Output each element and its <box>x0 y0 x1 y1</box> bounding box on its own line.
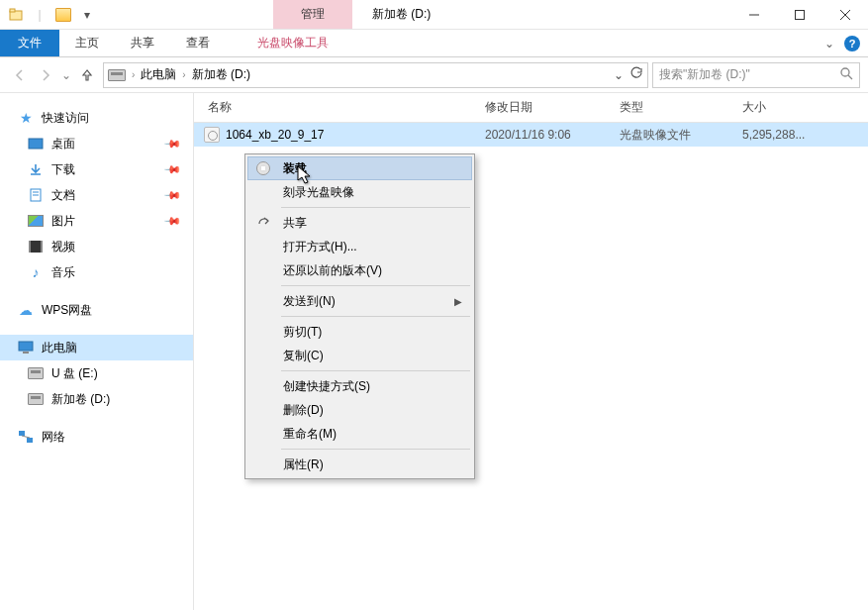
svg-line-7 <box>848 75 852 79</box>
up-button[interactable] <box>75 63 99 87</box>
sidebar-item-pictures[interactable]: 图片 📌 <box>0 208 193 234</box>
close-button[interactable] <box>822 0 868 30</box>
pin-icon: 📌 <box>162 211 181 230</box>
search-input[interactable]: 搜索"新加卷 (D:)" <box>652 62 860 88</box>
menu-label: 删除(D) <box>283 402 324 419</box>
pin-icon: 📌 <box>162 134 181 152</box>
tab-disc-image-tools[interactable]: 光盘映像工具 <box>241 30 344 56</box>
file-row[interactable]: 1064_xb_20_9_17 2020/11/16 9:06 光盘映像文件 5… <box>194 123 868 147</box>
sidebar-item-videos[interactable]: 视频 <box>0 234 193 259</box>
chevron-right-icon[interactable]: › <box>182 69 185 80</box>
breadcrumb-drive[interactable]: 新加卷 (D:) <box>192 66 250 83</box>
menu-restore[interactable]: 还原以前的版本(V) <box>247 258 472 282</box>
menu-separator <box>281 207 470 208</box>
address-dropdown-icon[interactable]: ⌄ <box>614 68 624 82</box>
chevron-right-icon[interactable]: › <box>132 69 135 80</box>
ribbon-collapse-icon[interactable]: ⌄ <box>824 37 834 51</box>
menu-properties[interactable]: 属性(R) <box>247 453 472 476</box>
sidebar-item-music[interactable]: ♪ 音乐 <box>0 259 193 285</box>
window-title: 新加卷 (D:) <box>352 0 450 29</box>
menu-separator <box>281 370 470 371</box>
minimize-button[interactable] <box>731 0 777 30</box>
column-date[interactable]: 修改日期 <box>485 99 620 116</box>
navigation-bar: ⌄ › 此电脑 › 新加卷 (D:) ⌄ 搜索"新加卷 (D:)" <box>0 57 868 93</box>
address-bar[interactable]: › 此电脑 › 新加卷 (D:) ⌄ <box>103 62 648 88</box>
sidebar-item-documents[interactable]: 文档 📌 <box>0 182 193 208</box>
column-size[interactable]: 大小 <box>742 99 868 116</box>
menu-burn[interactable]: 刻录光盘映像 <box>247 180 472 204</box>
divider: | <box>32 7 48 23</box>
file-date: 2020/11/16 9:06 <box>485 128 620 142</box>
menu-label: 剪切(T) <box>283 324 322 341</box>
tab-file[interactable]: 文件 <box>0 30 59 56</box>
menu-label: 属性(R) <box>283 457 324 473</box>
drive-icon <box>28 365 44 381</box>
breadcrumb-this-pc[interactable]: 此电脑 <box>141 66 176 83</box>
menu-separator <box>281 316 470 317</box>
tab-home[interactable]: 主页 <box>59 30 115 56</box>
sidebar-wps-cloud[interactable]: ☁ WPS网盘 <box>0 297 193 323</box>
refresh-icon[interactable] <box>629 66 643 83</box>
svg-rect-8 <box>29 139 43 149</box>
tab-share[interactable]: 共享 <box>115 30 170 56</box>
titlebar: | ▾ 管理 新加卷 (D:) <box>0 0 868 30</box>
back-button[interactable] <box>8 63 32 87</box>
help-icon[interactable]: ? <box>844 36 860 51</box>
column-name[interactable]: 名称 <box>208 99 485 116</box>
sidebar-item-label: 此电脑 <box>42 340 77 356</box>
share-icon <box>255 215 271 231</box>
menu-shortcut[interactable]: 创建快捷方式(S) <box>247 374 472 398</box>
svg-line-16 <box>22 436 30 438</box>
menu-rename[interactable]: 重命名(M) <box>247 422 472 446</box>
svg-point-6 <box>841 68 849 76</box>
document-icon <box>28 187 44 203</box>
context-menu: 装载 刻录光盘映像 共享 打开方式(H)... 还原以前的版本(V) 发送到(N… <box>244 153 475 479</box>
network-icon <box>18 429 34 445</box>
svg-rect-12 <box>19 342 33 351</box>
sidebar-item-label: 文档 <box>51 187 75 204</box>
menu-label: 发送到(N) <box>283 293 336 310</box>
sidebar-item-label: 网络 <box>42 429 65 446</box>
menu-mount[interactable]: 装载 <box>247 156 472 180</box>
qat-dropdown-icon[interactable]: ▾ <box>79 7 95 23</box>
menu-cut[interactable]: 剪切(T) <box>247 320 472 344</box>
sidebar-item-usb[interactable]: U 盘 (E:) <box>0 360 193 386</box>
iso-file-icon <box>204 127 220 143</box>
submenu-arrow-icon: ▶ <box>454 296 462 307</box>
search-icon[interactable] <box>839 66 853 83</box>
sidebar-this-pc[interactable]: 此电脑 <box>0 335 193 360</box>
menu-label: 还原以前的版本(V) <box>283 262 382 279</box>
menu-open-with[interactable]: 打开方式(H)... <box>247 235 472 258</box>
disc-icon <box>255 160 271 176</box>
forward-button[interactable] <box>34 63 57 87</box>
sidebar-quick-access[interactable]: ★ 快速访问 <box>0 105 193 131</box>
sidebar-item-label: 图片 <box>51 213 75 230</box>
sidebar-item-drive-d[interactable]: 新加卷 (D:) <box>0 386 193 412</box>
menu-label: 复制(C) <box>283 348 324 364</box>
sidebar-item-label: 视频 <box>51 239 75 255</box>
sidebar-item-label: 快速访问 <box>42 110 89 127</box>
star-icon: ★ <box>18 110 34 126</box>
pin-icon: 📌 <box>162 159 181 178</box>
window-controls <box>731 0 868 30</box>
sidebar-item-desktop[interactable]: 桌面 📌 <box>0 131 193 156</box>
tab-view[interactable]: 查看 <box>170 30 226 56</box>
cloud-icon: ☁ <box>18 302 34 318</box>
column-type[interactable]: 类型 <box>620 99 742 116</box>
menu-separator <box>281 285 470 286</box>
recent-dropdown[interactable]: ⌄ <box>59 63 73 87</box>
menu-label: 打开方式(H)... <box>283 239 357 255</box>
maximize-button[interactable] <box>777 0 822 30</box>
navigation-pane: ★ 快速访问 桌面 📌 下载 📌 文档 <box>0 93 194 610</box>
menu-delete[interactable]: 删除(D) <box>247 398 472 422</box>
menu-label: 刻录光盘映像 <box>283 184 354 201</box>
desktop-icon <box>28 136 44 152</box>
menu-copy[interactable]: 复制(C) <box>247 344 472 367</box>
folder-icon[interactable] <box>55 7 71 23</box>
ribbon-tabs: 文件 主页 共享 查看 光盘映像工具 ⌄ ? <box>0 30 868 57</box>
menu-separator <box>281 449 470 450</box>
sidebar-item-downloads[interactable]: 下载 📌 <box>0 156 193 182</box>
menu-share[interactable]: 共享 <box>247 211 472 235</box>
sidebar-network[interactable]: 网络 <box>0 424 193 450</box>
menu-send-to[interactable]: 发送到(N) ▶ <box>247 289 472 313</box>
